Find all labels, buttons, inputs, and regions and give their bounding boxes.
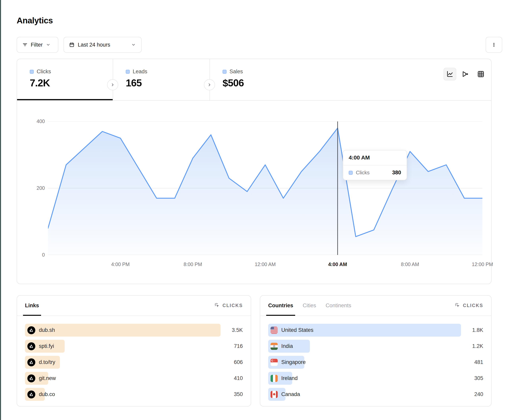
link-label: spti.fyi: [39, 343, 54, 349]
country-label: United States: [281, 327, 314, 333]
link-clicks-value: 716: [224, 343, 243, 349]
line-chart-icon: [446, 70, 454, 78]
chart-y-axis: 0200400: [29, 122, 45, 255]
page-title: Analytics: [17, 16, 53, 25]
country-row[interactable]: United States1.8K: [268, 324, 483, 337]
us-flag-icon: [270, 327, 278, 334]
tooltip-legend-square: [349, 171, 353, 175]
country-row[interactable]: Canada240: [268, 388, 483, 401]
country-label: India: [281, 343, 293, 349]
sales-legend-square: [223, 70, 226, 74]
link-row[interactable]: d.to/try606: [25, 356, 243, 369]
more-options-button[interactable]: [486, 37, 502, 53]
links-list: dub.sh3.5Kspti.fyi716d.to/try606git.new4…: [17, 316, 251, 409]
y-tick-label: 400: [37, 118, 45, 124]
grid-icon: [477, 70, 485, 78]
link-clicks-value: 606: [224, 359, 243, 365]
x-tick-label: 4:00 AM: [320, 261, 355, 267]
calendar-icon: [69, 42, 75, 48]
cursor-click-icon: [214, 303, 220, 308]
date-range-button[interactable]: Last 24 hours: [63, 37, 142, 53]
y-tick-label: 0: [42, 252, 45, 258]
leads-value: 165: [126, 77, 209, 89]
tab-leads[interactable]: Leads 165: [113, 59, 209, 100]
sg-flag-icon: [270, 359, 278, 366]
bar-area: git.new: [25, 372, 221, 385]
country-label: Ireland: [281, 375, 298, 381]
tooltip-time: 4:00 AM: [343, 150, 407, 166]
bar-area: United States: [268, 324, 461, 337]
clicks-chart-svg: [48, 122, 482, 255]
clicks-chart[interactable]: 4:00 AM Clicks 380: [48, 122, 482, 255]
country-clicks-value: 1.2K: [464, 343, 483, 349]
link-row[interactable]: spti.fyi716: [25, 340, 243, 353]
expand-leads-button[interactable]: [204, 79, 215, 90]
dub-logo-icon: [27, 358, 35, 366]
tab-links[interactable]: Links: [25, 296, 39, 315]
bar-area: dub.sh: [25, 324, 221, 337]
links-metric-selector[interactable]: CLICKS: [214, 303, 243, 308]
filter-icon: [22, 42, 28, 48]
bar-area: Canada: [268, 388, 461, 401]
geo-list: United States1.8KIndia1.2KSingapore481Ir…: [260, 316, 491, 409]
tab-cities[interactable]: Cities: [303, 296, 316, 315]
geo-metric-selector[interactable]: CLICKS: [455, 303, 483, 308]
chevron-right-icon: [110, 82, 115, 87]
country-row[interactable]: Singapore481: [268, 356, 483, 369]
bar-area: dub.co: [25, 388, 221, 401]
cursor-click-icon: [455, 303, 461, 308]
bar-area: India: [268, 340, 461, 353]
date-range-label: Last 24 hours: [78, 42, 110, 48]
funnel-view-button[interactable]: [459, 68, 472, 80]
geo-panel-header: Countries Cities Continents CLICKS: [260, 296, 491, 316]
leads-legend-square: [126, 70, 130, 74]
expand-clicks-button[interactable]: [107, 79, 118, 90]
link-row[interactable]: git.new410: [25, 372, 243, 385]
bar-area: Singapore: [268, 356, 461, 369]
link-label: dub.sh: [39, 327, 55, 333]
analytics-card: Clicks 7.2K Leads 165 Sales $506: [17, 59, 492, 284]
country-row[interactable]: Ireland305: [268, 372, 483, 385]
stat-label: Sales: [230, 69, 243, 75]
kebab-menu-icon: [491, 42, 497, 48]
tooltip-series-label: Clicks: [356, 170, 370, 176]
filter-button[interactable]: Filter: [17, 37, 58, 53]
bar-area: Ireland: [268, 372, 461, 385]
links-metric-label: CLICKS: [223, 303, 243, 308]
link-clicks-value: 350: [224, 391, 243, 398]
chart-view-switcher: [444, 68, 487, 80]
filter-label: Filter: [31, 42, 43, 48]
chevron-right-icon: [207, 82, 212, 87]
country-clicks-value: 481: [464, 359, 483, 365]
country-row[interactable]: India1.2K: [268, 340, 483, 353]
clicks-value: 7.2K: [30, 77, 113, 89]
dub-logo-icon: [27, 342, 35, 350]
link-row[interactable]: dub.sh3.5K: [25, 324, 243, 337]
stats-tabs-row: Clicks 7.2K Leads 165 Sales $506: [17, 59, 491, 101]
x-tick-label: 8:00 AM: [392, 261, 428, 267]
stat-label: Leads: [133, 69, 147, 75]
link-label: d.to/try: [39, 359, 55, 365]
x-tick-label: 12:00 AM: [247, 261, 283, 267]
link-row[interactable]: dub.co350: [25, 388, 243, 401]
bar-area: d.to/try: [25, 356, 221, 369]
dub-logo-icon: [27, 374, 35, 382]
country-label: Singapore: [281, 359, 306, 365]
chevron-down-icon: [46, 42, 51, 47]
link-clicks-value: 410: [224, 375, 243, 381]
tab-clicks[interactable]: Clicks 7.2K: [17, 59, 113, 100]
y-tick-label: 200: [37, 185, 45, 191]
left-edge-strip: [0, 0, 1, 420]
chevron-down-icon: [131, 42, 136, 47]
tab-countries[interactable]: Countries: [268, 296, 293, 315]
tab-continents[interactable]: Continents: [326, 296, 351, 315]
dub-logo-icon: [27, 326, 35, 334]
grid-view-button[interactable]: [474, 68, 487, 80]
link-label: dub.co: [39, 391, 55, 398]
dub-logo-icon: [27, 391, 35, 398]
chart-tooltip: 4:00 AM Clicks 380: [343, 150, 407, 180]
chart-x-axis: 4:00 PM8:00 PM12:00 AM4:00 AM8:00 AM12:0…: [48, 261, 482, 269]
active-tab-underline: [17, 99, 113, 100]
tooltip-value: 380: [392, 170, 401, 176]
line-chart-view-button[interactable]: [444, 68, 456, 80]
